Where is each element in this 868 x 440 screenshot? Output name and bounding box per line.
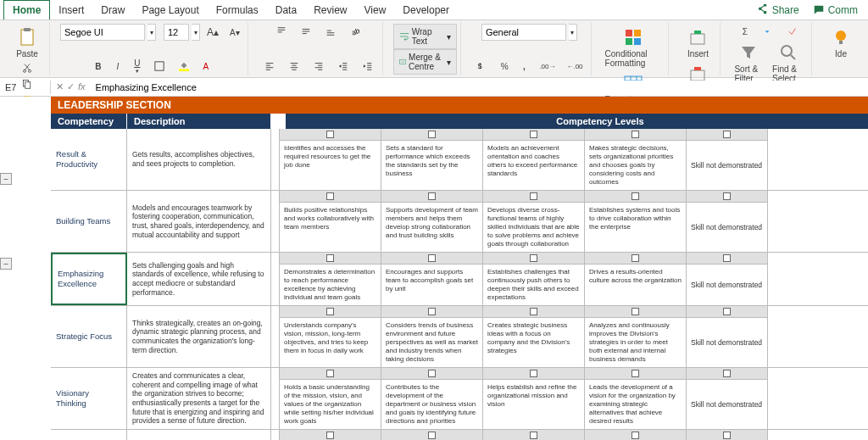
align-left-button[interactable] — [259, 58, 281, 74]
formula-input[interactable] — [91, 81, 868, 94]
level-text[interactable]: Helps establish and refine the organizat… — [483, 380, 584, 429]
align-bottom-button[interactable] — [320, 24, 342, 39]
level-text[interactable]: Demonstrates a determination to reach pe… — [280, 265, 381, 305]
skill-checkbox[interactable] — [723, 370, 731, 377]
level-text[interactable]: Analyzes and continuously improves the D… — [585, 318, 686, 367]
level-text[interactable]: Creates strategic business ideas with a … — [483, 318, 584, 367]
level-text[interactable]: Establishes systems and tools to drive c… — [585, 203, 686, 252]
tab-page-layout[interactable]: Page Layout — [133, 1, 207, 19]
level-text[interactable]: Builds positive relationships and works … — [280, 203, 381, 252]
tab-insert[interactable]: Insert — [50, 1, 92, 19]
number-format-dropdown[interactable]: ▾ — [569, 24, 577, 41]
comments-button[interactable]: Comm — [806, 3, 865, 18]
tab-view[interactable]: View — [356, 1, 395, 19]
level-text[interactable]: Supports development of team members and… — [381, 203, 482, 252]
skill-checkbox[interactable] — [723, 254, 731, 262]
skill-text[interactable]: Skill not demonstrated — [687, 380, 767, 429]
level-checkbox[interactable] — [326, 131, 334, 138]
orientation-button[interactable]: ab — [344, 24, 366, 39]
level-text[interactable]: Considers trends of business environment… — [381, 318, 482, 367]
tab-home[interactable]: Home — [3, 0, 50, 19]
border-button[interactable] — [148, 58, 170, 74]
level-text[interactable]: Models an achievement orientation and co… — [483, 141, 584, 190]
outline-collapse-1[interactable]: – — [0, 173, 12, 185]
level-checkbox[interactable] — [632, 131, 639, 138]
wrap-text-button[interactable]: Wrap Text ▾ — [393, 24, 458, 49]
level-checkbox[interactable] — [530, 254, 537, 262]
competency-cell[interactable]: Forthrightness — [51, 430, 127, 440]
level-text[interactable]: Identifies and accesses the required res… — [280, 141, 381, 190]
autosum-button[interactable]: Σ — [737, 24, 754, 39]
level-checkbox[interactable] — [632, 254, 639, 262]
cut-button[interactable] — [16, 60, 38, 75]
level-checkbox[interactable] — [326, 192, 334, 200]
level-text[interactable]: Encourages and supports team to accompli… — [381, 265, 482, 305]
level-checkbox[interactable] — [326, 308, 334, 315]
skill-checkbox[interactable] — [723, 308, 731, 315]
font-name-select[interactable] — [60, 24, 145, 41]
level-text[interactable]: Drives a results-oriented culture across… — [585, 265, 686, 305]
level-checkbox[interactable] — [530, 432, 537, 439]
merge-button[interactable]: Merge & Centre ▾ — [393, 49, 458, 75]
fill-down-button[interactable] — [756, 24, 778, 39]
fill-color-button[interactable] — [173, 58, 195, 74]
level-checkbox[interactable] — [326, 432, 334, 439]
level-checkbox[interactable] — [428, 192, 436, 200]
level-checkbox[interactable] — [428, 370, 436, 377]
underline-button[interactable]: U▾ — [129, 58, 146, 74]
increase-decimal-button[interactable]: .00→ — [535, 58, 559, 74]
level-checkbox[interactable] — [632, 308, 639, 315]
level-text[interactable]: Establishes challenges that continuously… — [483, 265, 584, 305]
level-text[interactable]: Leads the development of a vision for th… — [585, 380, 686, 429]
align-top-button[interactable] — [270, 24, 292, 39]
ideas-button[interactable]: Ide — [822, 24, 860, 74]
tab-draw[interactable]: Draw — [92, 1, 133, 19]
skill-text[interactable]: Skill not demonstrated — [687, 318, 767, 367]
level-text[interactable]: Sets a standard for performance which ex… — [381, 141, 482, 190]
align-right-button[interactable] — [308, 58, 330, 74]
level-checkbox[interactable] — [530, 131, 537, 138]
font-name-dropdown[interactable]: ▾ — [147, 24, 156, 41]
level-checkbox[interactable] — [632, 432, 639, 439]
skill-checkbox[interactable] — [723, 131, 731, 138]
skill-checkbox[interactable] — [723, 192, 731, 200]
font-size-dropdown[interactable]: ▾ — [192, 24, 200, 41]
clear-button[interactable] — [781, 24, 803, 39]
increase-font-button[interactable]: A▴ — [203, 25, 223, 40]
level-checkbox[interactable] — [530, 308, 537, 315]
tab-formulas[interactable]: Formulas — [208, 1, 267, 19]
bold-button[interactable]: B — [90, 58, 107, 74]
cancel-formula-icon[interactable]: ✕ — [56, 81, 64, 92]
level-checkbox[interactable] — [428, 254, 436, 262]
skill-text[interactable]: Skill not demonstrated — [687, 203, 767, 252]
font-color-button[interactable]: A — [198, 58, 214, 74]
level-checkbox[interactable] — [326, 370, 334, 377]
decrease-indent-button[interactable] — [332, 58, 354, 74]
decrease-font-button[interactable]: A▾ — [225, 25, 244, 40]
insert-cells-button[interactable]: Insert — [679, 24, 716, 60]
align-center-button[interactable] — [283, 58, 305, 74]
align-middle-button[interactable] — [295, 24, 317, 39]
level-checkbox[interactable] — [428, 308, 436, 315]
level-text[interactable]: Contributes to the development of the de… — [381, 380, 482, 429]
name-box[interactable]: E7 — [0, 81, 51, 94]
skill-text[interactable]: Skill not demonstrated — [687, 265, 767, 305]
description-cell[interactable]: Thinks strategically, creates an on-goin… — [127, 306, 271, 367]
level-checkbox[interactable] — [632, 192, 639, 200]
level-checkbox[interactable] — [428, 131, 436, 138]
accept-formula-icon[interactable]: ✓ — [67, 81, 75, 92]
italic-button[interactable]: I — [109, 58, 126, 74]
level-text[interactable]: Holds a basic understanding of the missi… — [280, 380, 381, 429]
level-checkbox[interactable] — [530, 370, 537, 377]
description-cell[interactable]: Gets results, accomplishes objectives, a… — [127, 129, 271, 190]
conditional-formatting-button[interactable]: Conditional Formatting — [602, 24, 665, 70]
worksheet[interactable]: – – LEADERSHIP SECTION Competency Descri… — [0, 97, 868, 440]
percent-button[interactable]: % — [496, 58, 513, 74]
skill-checkbox[interactable] — [723, 432, 731, 439]
tab-review[interactable]: Review — [305, 1, 355, 19]
description-cell[interactable]: Creates and communicates a clear, cohere… — [127, 368, 271, 429]
currency-button[interactable]: $ — [471, 58, 493, 74]
number-format-select[interactable] — [481, 24, 566, 41]
level-checkbox[interactable] — [530, 192, 537, 200]
description-cell[interactable]: Sets challenging goals and high standard… — [127, 253, 271, 305]
